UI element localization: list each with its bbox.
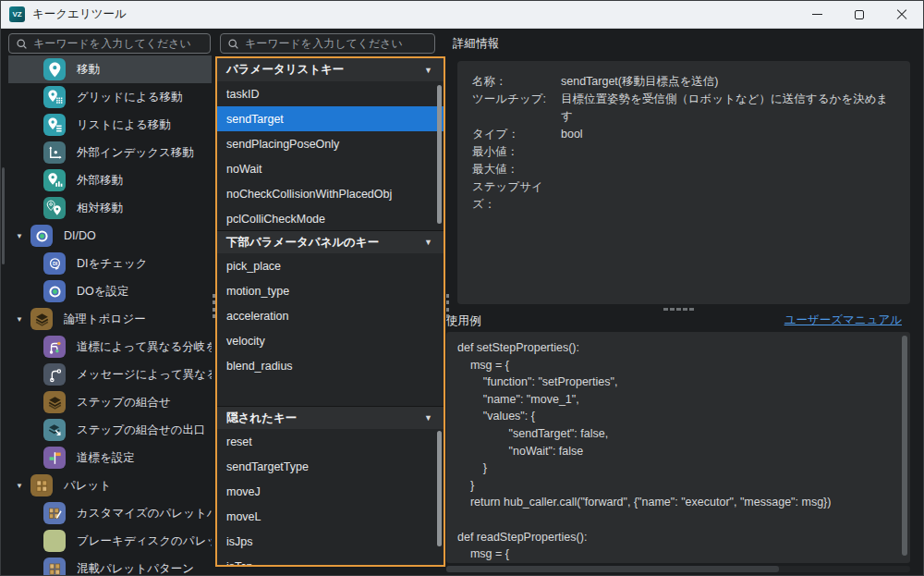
pin-icon [43,58,66,80]
pin-bars-icon [43,169,66,191]
key-list-item[interactable]: sendPlacingPoseOnly [217,131,444,156]
tree-item-group[interactable]: ▼DI/DO [8,222,212,250]
keys-search-input[interactable]: キーワードを入力してください [220,33,435,54]
code-horizontal-scrollbar[interactable] [446,566,910,572]
minimize-button[interactable] [796,1,838,28]
user-manual-link[interactable]: ユーザーズマニュアル [784,313,902,328]
section-title: パラメータリストキー [226,62,424,78]
collapse-arrow-icon[interactable]: ▼ [424,413,432,423]
boxes-icon [30,474,53,496]
key-list-item[interactable]: sendTarget [217,106,444,131]
tree-item-step[interactable]: 道標を設定 [8,444,212,472]
tree-item-label: 道標によって異なる分岐を実行 [77,339,212,355]
maximize-icon [855,10,864,19]
tree-item-step[interactable]: DOを設定 [8,277,212,305]
expand-arrow-icon[interactable]: ▼ [16,315,27,324]
detail-row: ステップサイズ： [472,178,895,214]
tree-item-step[interactable]: カスタマイズのパレットパターン [8,499,212,527]
key-list-item[interactable]: motion_type [217,278,444,303]
none-icon [43,530,66,552]
boxes-pencil-icon [43,502,66,524]
key-list-item[interactable]: noCheckCollisionWithPlacedObj [217,181,444,206]
tree-item-label: 外部インデックス移動 [77,145,194,161]
tree-item-step[interactable]: 相対移動 [8,194,212,222]
key-list-item[interactable]: pclColliCheckMode [217,206,444,230]
tree-item-label: DOを設定 [77,284,129,300]
tree-item-label: リストによる移動 [77,117,171,133]
tree-item-step[interactable]: 移動 [8,55,212,83]
expand-arrow-icon[interactable]: ▼ [16,482,27,490]
detail-value: bool [561,126,583,143]
tree-item-label: カスタマイズのパレットパターン [77,506,212,521]
section-title: 下部パラメータパネルのキー [226,235,424,251]
scrollbar-thumb [446,566,779,572]
collapse-arrow-icon[interactable]: ▼ [424,66,432,75]
key-list-item[interactable]: blend_radius [217,353,444,378]
ring-icon [43,280,66,302]
tree-item-label: 外部移動 [77,173,123,189]
layers-icon [43,391,66,413]
key-list: resetsendTargetTypemoveJmoveLisJpsisTcp [217,429,444,566]
key-list-item[interactable]: velocity [217,328,444,353]
key-list-item[interactable]: moveJ [217,479,444,504]
key-list-item[interactable]: isJps [217,529,444,554]
sidebar-scrollbar[interactable] [2,167,5,264]
key-list-item[interactable]: pick_place [217,253,444,278]
tree-item-step[interactable]: ステップの組合せの出口 [8,416,212,444]
search-icon [227,38,239,50]
close-icon [896,9,907,20]
tree-item-label: メッセージによって異なる分岐を実行 [77,367,212,383]
key-list-item[interactable]: acceleration [217,303,444,328]
detail-label: ステップサイズ： [472,178,561,214]
collapse-arrow-icon[interactable]: ▼ [424,238,432,247]
key-list-item[interactable]: isTcp [217,554,444,566]
tree-item-step[interactable]: 道標によって異なる分岐を実行 [8,333,212,361]
svg-text:DI: DI [52,260,57,265]
tree-item-label: 論理トポロジー [64,312,146,327]
tree-item-step[interactable]: 外部移動 [8,166,212,194]
maximize-button[interactable] [838,1,881,28]
detail-label: タイプ： [472,126,561,143]
section-header[interactable]: 隠されたキー▼ [217,406,444,429]
tree-item-group[interactable]: ▼パレット [8,472,212,499]
tree-item-label: 道標を設定 [77,450,135,466]
tree-item-step[interactable]: DIDIをチェック [8,250,212,277]
detail-label: ツールチップ: [472,91,561,126]
branch-color-icon [43,336,66,358]
tree-item-step[interactable]: 外部インデックス移動 [8,139,212,166]
tree-item-step[interactable]: グリッドによる移動 [8,83,212,111]
tree-item-label: パレット [64,478,111,494]
key-list-item[interactable]: reset [217,429,444,454]
section-title: 隠されたキー [226,411,424,426]
boxes-icon [43,558,66,576]
tree-item-label: ステップの組合せ [77,395,171,411]
detail-label: 最小値： [472,143,561,161]
section-header[interactable]: パラメータリストキー▼ [217,58,444,81]
tree-item-step[interactable]: 混載パレットパターン [8,555,212,576]
splitter-handle-left[interactable] [213,294,216,318]
close-button[interactable] [881,1,923,28]
axis-icon [43,141,66,164]
horizontal-splitter-handle[interactable] [446,306,910,313]
list-scrollbar[interactable] [437,85,442,224]
section-header[interactable]: 下部パラメータパネルのキー▼ [217,230,444,253]
tree-item-step[interactable]: ブレーキディスクのパレットパターン [8,527,212,555]
code-vertical-scrollbar[interactable] [902,336,907,556]
key-list-item[interactable]: noWait [217,156,444,181]
key-list: pick_placemotion_typeaccelerationvelocit… [217,253,444,406]
tree-item-step[interactable]: ステップの組合せ [8,388,212,416]
tree-item-label: DI/DO [64,229,96,242]
step-tree: 移動グリッドによる移動リストによる移動外部インデックス移動外部移動相対移動▼DI… [8,55,212,576]
sidebar-search-placeholder: キーワードを入力してください [33,36,191,52]
key-list-item[interactable]: taskID [217,81,444,106]
expand-arrow-icon[interactable]: ▼ [16,232,27,240]
key-list-item[interactable]: sendTargetType [217,454,444,479]
tree-item-group[interactable]: ▼論理トポロジー [8,305,212,333]
list-scrollbar[interactable] [437,431,442,546]
key-list-item[interactable]: moveL [217,504,444,529]
tree-item-step[interactable]: リストによる移動 [8,111,212,139]
sidebar-search-input[interactable]: キーワードを入力してください [8,33,211,54]
detail-row: 名称：sendTarget(移動目標点を送信) [472,73,895,91]
layers-arrow-icon [43,419,66,441]
tree-item-step[interactable]: メッセージによって異なる分岐を実行 [8,361,212,388]
